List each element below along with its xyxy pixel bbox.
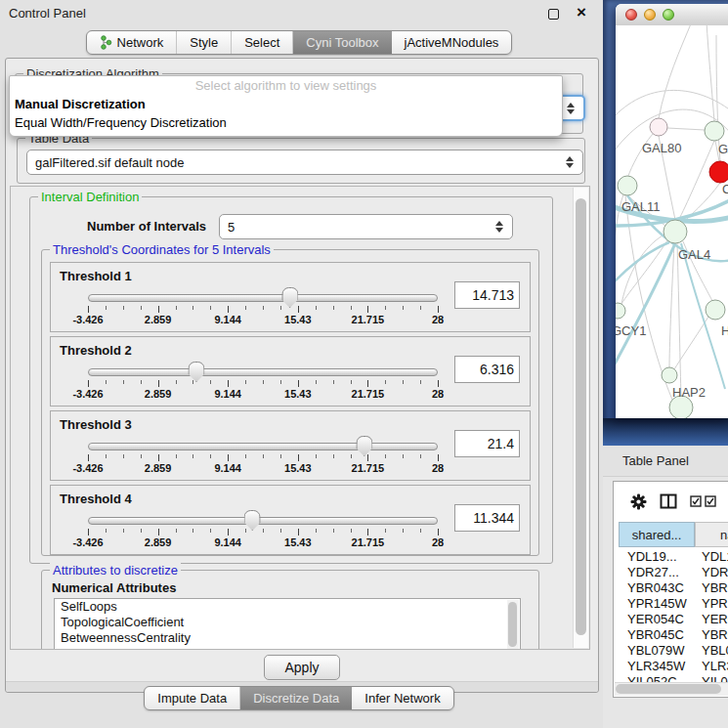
network-canvas[interactable]: GAL80GACGAL11GAL4GCY1HHAP2 (616, 25, 728, 418)
bottom-tabgroup: Impute Data Discretize Data Infer Networ… (144, 686, 453, 710)
tab-infer-network[interactable]: Infer Network (352, 687, 452, 709)
tab-cyni-toolbox[interactable]: Cyni Toolbox (293, 31, 391, 54)
tab-jactivemnodules[interactable]: jActiveMNodules (392, 31, 512, 54)
network-node[interactable] (650, 118, 667, 136)
checkbox-icon[interactable] (705, 495, 716, 507)
network-node[interactable] (618, 176, 637, 195)
tab-impute-data[interactable]: Impute Data (145, 687, 240, 709)
number-of-intervals-combobox[interactable]: 5 (219, 214, 513, 239)
apply-button[interactable]: Apply (264, 655, 340, 680)
network-node-label: GCY1 (616, 323, 646, 338)
table-row[interactable]: YER054CYER0 (614, 612, 728, 627)
tab-select-label: Select (244, 35, 279, 50)
scrollbar-thumb[interactable] (616, 684, 721, 694)
network-edge[interactable] (667, 128, 705, 130)
network-edge-highlighted[interactable] (616, 242, 669, 284)
table-row[interactable]: YBR045CYBR0 (614, 627, 728, 643)
table-horizontal-scrollbar[interactable] (615, 682, 728, 696)
tab-network[interactable]: Network (87, 31, 178, 54)
network-canvas-svg[interactable]: GAL80GACGAL11GAL4GCY1HHAP2 (616, 25, 728, 418)
network-node[interactable] (706, 300, 725, 320)
threshold-value-field[interactable]: 11.344 (454, 504, 520, 532)
column-header-shared[interactable]: shared... (619, 522, 695, 547)
network-node[interactable] (616, 303, 625, 319)
slider-thumb-icon[interactable] (188, 362, 204, 382)
slider-ticks (88, 454, 438, 462)
network-window-titlebar[interactable] (616, 4, 728, 26)
tab-infer-network-label: Infer Network (364, 691, 440, 706)
slider-track[interactable] (88, 294, 438, 302)
panel-title: Control Panel (9, 6, 86, 21)
screen: { "window": { "title": "Control Panel", … (0, 0, 728, 728)
network-node-label: GAL11 (621, 199, 661, 214)
threshold-title: Threshold 1 (60, 269, 132, 283)
network-node[interactable] (709, 161, 728, 183)
close-traffic-light-icon[interactable] (625, 9, 637, 21)
table-toolbar (614, 482, 728, 521)
slider-ticks (88, 529, 438, 536)
network-node[interactable] (662, 367, 677, 383)
table-data-group: Table Data galFiltered.sif default node (17, 138, 585, 184)
split-view-icon[interactable] (660, 493, 677, 509)
threshold-slider[interactable] (88, 294, 438, 302)
table-row[interactable]: YBL079WYBL0 (614, 643, 728, 659)
threshold-slider[interactable] (88, 517, 438, 525)
close-icon[interactable]: × (577, 2, 586, 23)
network-node[interactable] (664, 220, 687, 243)
network-edge[interactable] (677, 243, 681, 396)
network-edge[interactable] (659, 25, 692, 118)
dropdown-option-equal-width[interactable]: Equal Width/Frequency Discretization (10, 113, 562, 132)
network-edge[interactable] (707, 25, 714, 121)
minimize-traffic-light-icon[interactable] (644, 9, 656, 21)
slider-thumb-icon[interactable] (244, 510, 261, 531)
slider-track[interactable] (88, 443, 438, 450)
network-window-frame: GAL80GACGAL11GAL4GCY1HHAP2 (603, 0, 728, 446)
threshold-value-field[interactable]: 21.4 (454, 430, 520, 457)
threshold-slider[interactable] (88, 443, 438, 450)
tab-discretize-data[interactable]: Discretize Data (240, 687, 352, 709)
scrollbar-thumb[interactable] (576, 198, 586, 635)
scrollbar-thumb[interactable] (508, 602, 517, 647)
numerical-attributes-label: Numerical Attributes (52, 580, 176, 595)
attributes-list-scrollbar[interactable] (507, 600, 519, 649)
settings-vertical-scrollbar[interactable] (573, 188, 588, 648)
attribute-item[interactable]: SelfLoops (55, 599, 520, 615)
table-panel-body: shared... na YDL19...YDL1YDR27...YDR2YBR… (613, 481, 728, 698)
network-window: GAL80GACGAL11GAL4GCY1HHAP2 (616, 4, 728, 418)
slider-track[interactable] (88, 517, 438, 525)
slider-thumb-icon[interactable] (281, 287, 298, 308)
thresholds-group-label: Threshold's Coordinates for 5 Intervals (50, 242, 274, 257)
network-edge[interactable] (669, 243, 674, 367)
table-data-combobox[interactable]: galFiltered.sif default node (26, 150, 583, 175)
dropdown-option-manual[interactable]: Manual Discretization (10, 95, 562, 113)
table-row[interactable]: YLR345WYLR3 (614, 659, 728, 674)
attribute-item[interactable]: BetweennessCentrality (55, 630, 520, 646)
numerical-attributes-listbox: SelfLoopsTopologicalCoefficientBetweenne… (54, 598, 521, 650)
threshold-panels: Threshold 1 -3.4262.8599.14415.4321.7152… (50, 262, 531, 559)
tab-style-label: Style (190, 35, 218, 50)
zoom-traffic-light-icon[interactable] (663, 9, 674, 21)
table-row[interactable]: YPR145WYPR1 (614, 596, 728, 612)
threshold-title: Threshold 4 (60, 492, 132, 506)
gear-icon[interactable] (630, 493, 647, 510)
float-window-icon[interactable] (548, 9, 559, 20)
network-tab-icon (100, 35, 112, 50)
network-node[interactable] (705, 121, 724, 141)
attribute-item[interactable]: TopologicalCoefficient (55, 615, 520, 630)
table-row[interactable]: YDL19...YDL1 (614, 549, 728, 565)
table-row[interactable]: YBR043CYBR0 (614, 580, 728, 596)
threshold-slider[interactable] (88, 368, 438, 376)
checkbox-icon[interactable] (690, 495, 702, 507)
threshold-value-field[interactable]: 14.713 (454, 281, 520, 309)
column-header-name[interactable]: na (695, 522, 728, 547)
table-row[interactable]: YDR27...YDR2 (614, 565, 728, 580)
threshold-value-field[interactable]: 6.316 (454, 356, 520, 383)
slider-ticks (88, 380, 438, 388)
slider-tick-labels: -3.4262.8599.14415.4321.71528 (88, 462, 438, 474)
control-panel: Control Panel × Network Style Select Cyn… (0, 0, 603, 728)
network-edge[interactable] (616, 90, 728, 119)
slider-thumb-icon[interactable] (356, 436, 372, 456)
slider-track[interactable] (88, 368, 438, 376)
tab-style[interactable]: Style (177, 31, 232, 54)
tab-select[interactable]: Select (232, 31, 293, 54)
